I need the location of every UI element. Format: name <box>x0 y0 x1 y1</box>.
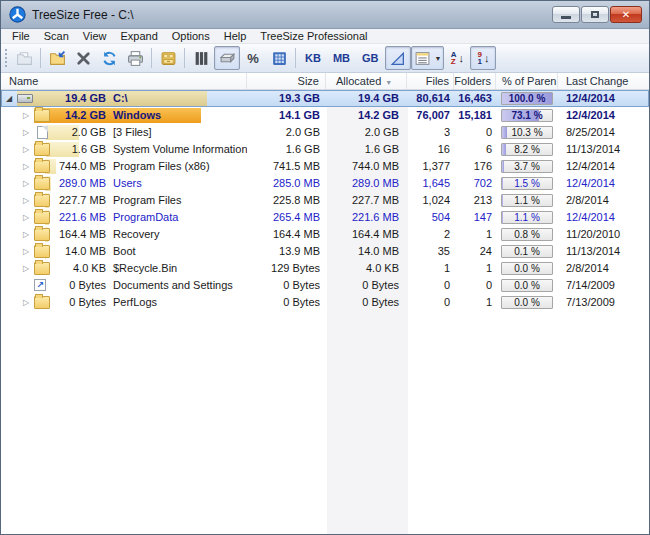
percent-bar: 0.1 % <box>501 245 553 258</box>
chevron-down-icon: ▼ <box>435 55 442 62</box>
table-row[interactable]: 4.0 KB $Recycle.Bin 129 Bytes 4.0 KB 1 1… <box>1 260 649 277</box>
menu-options[interactable]: Options <box>165 29 217 44</box>
sort-az-icon: A Z <box>451 51 457 65</box>
size-cell: 225.8 MB <box>247 192 326 209</box>
table-row[interactable]: 221.6 MB ProgramData 265.4 MB 221.6 MB 5… <box>1 209 649 226</box>
column-header-row: Name Size Allocated▼ Files Folders % of … <box>1 73 649 90</box>
table-row[interactable]: 289.0 MB Users 285.0 MB 289.0 MB 1,645 7… <box>1 175 649 192</box>
auto-units-button[interactable] <box>385 46 411 70</box>
view-mode-dropdown-button[interactable]: ▼ <box>411 46 445 70</box>
table-row[interactable]: 164.4 MB Recovery 164.4 MB 164.4 MB 2 1 … <box>1 226 649 243</box>
percent-value: 1.1 % <box>502 212 552 224</box>
files-cell: 504 <box>407 209 454 226</box>
row-size-label: 2.0 GB <box>1 124 106 141</box>
row-size-label: 1.6 GB <box>1 141 106 158</box>
name-cell: 14.0 MB Boot <box>1 243 247 260</box>
select-directory-button[interactable] <box>44 46 70 70</box>
allocated-cell: 164.4 MB <box>326 226 407 243</box>
percent-cell: 3.7 % <box>496 158 558 175</box>
allocated-cell: 227.7 MB <box>326 192 407 209</box>
table-row[interactable]: 0 Bytes PerfLogs 0 Bytes 0 Bytes 0 1 0.0… <box>1 294 649 311</box>
row-name-label: Boot <box>113 243 136 260</box>
table-row[interactable]: 1.6 GB System Volume Information 1.6 GB … <box>1 141 649 158</box>
allocated-space-button[interactable] <box>214 46 240 70</box>
toolbar-separator <box>151 48 152 68</box>
row-name-label: ProgramData <box>113 209 178 226</box>
sort-size-button[interactable]: 9 1 ↓ <box>470 46 496 70</box>
table-row[interactable]: 2.0 GB [3 Files] 2.0 GB 2.0 GB 3 0 10.3 … <box>1 124 649 141</box>
gb-label: GB <box>359 52 382 64</box>
details-grid-button[interactable] <box>266 46 292 70</box>
app-window: TreeSize Free - C:\ ✕ File Scan View Exp… <box>0 0 650 535</box>
row-size-label: 164.4 MB <box>1 226 106 243</box>
size-cell: 741.5 MB <box>247 158 326 175</box>
size-cell: 1.6 GB <box>247 141 326 158</box>
menu-scan[interactable]: Scan <box>37 29 76 44</box>
header-last-change[interactable]: Last Change <box>558 73 649 89</box>
table-row[interactable]: 19.4 GB C:\ 19.3 GB 19.4 GB 80,614 16,46… <box>1 90 649 107</box>
unit-mb-button[interactable]: MB <box>327 46 356 70</box>
name-cell: 289.0 MB Users <box>1 175 247 192</box>
header-size[interactable]: Size <box>247 73 326 89</box>
percent-bar: 1.1 % <box>501 211 553 224</box>
menu-treesize-professional[interactable]: TreeSize Professional <box>253 29 374 44</box>
row-name-label: Documents and Settings <box>113 277 233 294</box>
row-size-label: 0 Bytes <box>1 277 106 294</box>
unit-gb-button[interactable]: GB <box>356 46 385 70</box>
percent-cell: 0.0 % <box>496 277 558 294</box>
header-percent-of-parent[interactable]: % of Paren... <box>496 73 558 89</box>
row-name-label: Program Files (x86) <box>113 158 210 175</box>
header-folders[interactable]: Folders <box>454 73 496 89</box>
percent-icon: % <box>247 51 259 66</box>
stop-x-icon <box>75 50 92 67</box>
refresh-button[interactable] <box>96 46 122 70</box>
table-row[interactable]: 0 Bytes Documents and Settings 0 Bytes 0… <box>1 277 649 294</box>
menu-file[interactable]: File <box>5 29 37 44</box>
close-button[interactable]: ✕ <box>610 6 642 23</box>
allocated-cell: 0 Bytes <box>326 294 407 311</box>
size-cell: 285.0 MB <box>247 175 326 192</box>
percent-bar: 1.1 % <box>501 194 553 207</box>
maximize-button[interactable] <box>581 6 609 23</box>
percent-bar: 0.0 % <box>501 262 553 275</box>
header-allocated[interactable]: Allocated▼ <box>326 73 407 89</box>
percent-value: 1.1 % <box>502 195 552 207</box>
files-cell: 1,645 <box>407 175 454 192</box>
open-scan-button[interactable] <box>11 46 37 70</box>
menu-help[interactable]: Help <box>217 29 254 44</box>
percent-bar: 3.7 % <box>501 160 553 173</box>
stop-scan-button[interactable] <box>70 46 96 70</box>
table-row[interactable]: 227.7 MB Program Files 225.8 MB 227.7 MB… <box>1 192 649 209</box>
percent-view-button[interactable]: % <box>240 46 266 70</box>
menu-expand[interactable]: Expand <box>113 29 164 44</box>
files-cell: 1,377 <box>407 158 454 175</box>
hard-drive-icon <box>219 50 236 67</box>
file-cabinet-button[interactable] <box>155 46 181 70</box>
printer-icon <box>127 50 144 67</box>
sort-indicator-icon: ▼ <box>385 79 392 86</box>
header-files[interactable]: Files <box>407 73 454 89</box>
last-change-cell: 12/4/2014 <box>558 107 649 124</box>
columns-view-button[interactable] <box>188 46 214 70</box>
files-cell: 76,007 <box>407 107 454 124</box>
table-row[interactable]: 14.2 GB Windows 14.1 GB 14.2 GB 76,007 1… <box>1 107 649 124</box>
minimize-button[interactable] <box>552 6 580 23</box>
folders-cell: 16,463 <box>454 90 496 107</box>
unit-kb-button[interactable]: KB <box>299 46 327 70</box>
name-cell: 19.4 GB C:\ <box>1 90 247 107</box>
folders-cell: 1 <box>454 226 496 243</box>
folders-cell: 24 <box>454 243 496 260</box>
table-row[interactable]: 14.0 MB Boot 13.9 MB 14.0 MB 35 24 0.1 %… <box>1 243 649 260</box>
table-row[interactable]: 744.0 MB Program Files (x86) 741.5 MB 74… <box>1 158 649 175</box>
percent-cell: 1.1 % <box>496 209 558 226</box>
row-name-label: [3 Files] <box>113 124 152 141</box>
print-button[interactable] <box>122 46 148 70</box>
row-size-label: 14.0 MB <box>1 243 106 260</box>
allocated-cell: 14.2 GB <box>326 107 407 124</box>
mb-label: MB <box>330 52 353 64</box>
name-cell: 227.7 MB Program Files <box>1 192 247 209</box>
header-name[interactable]: Name <box>1 73 247 89</box>
row-size-label: 4.0 KB <box>1 260 106 277</box>
sort-az-button[interactable]: A Z ↓ <box>444 46 470 70</box>
menu-view[interactable]: View <box>76 29 114 44</box>
